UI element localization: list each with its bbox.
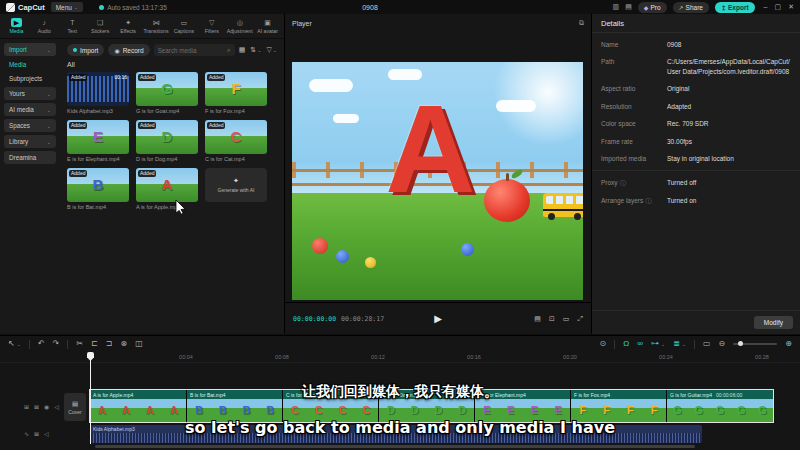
sidebar-item-yours[interactable]: Yours ⌄ — [4, 87, 56, 100]
tab-text[interactable]: T Text — [59, 18, 86, 34]
menu-button[interactable]: Menu ⌄ — [51, 2, 83, 12]
media-item[interactable]: G Added G is for Goat.mp4 — [136, 72, 198, 114]
trim-right-icon[interactable]: ⊐ — [106, 340, 113, 348]
letter-art: D — [162, 127, 173, 144]
search-box[interactable]: ⌕ — [154, 44, 235, 56]
panel-layout-icon[interactable]: ▤ — [625, 3, 632, 11]
zoom-in-icon[interactable]: ⊕ — [785, 340, 792, 348]
redo-icon[interactable]: ↷ — [53, 340, 60, 348]
tab-stickers[interactable]: ❏ Stickers — [87, 18, 114, 34]
tab-audio[interactable]: ♪ Audio — [31, 18, 58, 34]
media-item[interactable]: A Added A is for Apple.mp4 — [136, 168, 198, 210]
frame-view-icon[interactable]: ⊞ — [24, 403, 29, 410]
detail-row-proxy: Proxyⓘ Turned off — [592, 174, 800, 192]
generate-with-ai-button[interactable]: ✦ Generate with AI — [205, 168, 267, 202]
linking-icon[interactable]: ∞ — [637, 340, 643, 348]
autosave-status: Auto saved 13:17:35 — [99, 4, 167, 11]
import-button[interactable]: Import — [67, 44, 104, 56]
video-preview[interactable]: A — [292, 62, 583, 300]
snapping-icon[interactable]: Ω — [623, 340, 629, 348]
media-item[interactable]: C Added C is for Cat.mp4 — [205, 120, 267, 162]
delete-icon[interactable]: ⊗ — [120, 340, 127, 348]
added-badge: Added — [138, 122, 156, 129]
tab-ai-avatar[interactable]: ▣ AI avatar — [254, 18, 281, 34]
tab-effects[interactable]: ✦ Effects — [115, 18, 142, 34]
media-item-audio[interactable]: Added 00:16 Kids Alphabet.mp3 — [67, 72, 129, 114]
duration-label: 00:16 — [114, 74, 127, 80]
tab-captions[interactable]: ▭ Captions — [170, 18, 197, 34]
minimize-button[interactable]: – — [764, 3, 768, 11]
eye-icon[interactable]: ◉ — [44, 403, 49, 410]
letter-art: F — [231, 79, 240, 96]
grid-view-icon[interactable]: ▦ — [239, 46, 246, 54]
trim-left-icon[interactable]: ⊏ — [91, 340, 98, 348]
mirror-icon[interactable]: ◫ — [135, 340, 143, 348]
tab-adjustment[interactable]: ◎ Adjustment — [226, 18, 253, 34]
undo-icon[interactable]: ↶ — [38, 340, 45, 348]
main-area: ▶ Media ♪ Audio T Text ❏ Stickers ✦ Effe… — [0, 14, 800, 334]
media-item[interactable]: E Added E is for Elephant.mp4 — [67, 120, 129, 162]
preview-quality-icon[interactable]: ▤ — [534, 315, 541, 323]
zoom-out-icon[interactable]: ⊖ — [719, 340, 726, 348]
zoom-slider-handle[interactable] — [738, 341, 743, 346]
chevron-down-icon: ⌄ — [273, 47, 277, 53]
media-item[interactable]: D Added D is for Dog.mp4 — [136, 120, 198, 162]
search-input[interactable] — [158, 47, 224, 54]
effects-icon: ✦ — [125, 18, 131, 27]
sidebar-item-spaces[interactable]: Spaces ⌄ — [4, 119, 56, 132]
maximize-button[interactable]: ▢ — [775, 3, 782, 11]
media-item[interactable]: B Added B is for Bat.mp4 — [67, 168, 129, 210]
timeline-zoom-slider[interactable] — [733, 343, 777, 345]
tab-transitions[interactable]: ⋈ Transitions — [143, 18, 170, 34]
share-button[interactable]: ↗ Share — [673, 2, 709, 13]
cloud-art — [496, 100, 536, 112]
sidebar-item-library[interactable]: Library ⌄ — [4, 135, 56, 148]
play-button[interactable]: ▶ — [434, 313, 442, 324]
record-button[interactable]: ◉ Record — [108, 44, 149, 56]
export-button[interactable]: ↥ Export — [715, 2, 755, 13]
fullscreen-icon[interactable]: ⤢ — [577, 315, 583, 323]
fold-audio-button[interactable]: ≣ ⌄ — [673, 340, 686, 348]
chevron-down-icon: ⌄ — [17, 341, 21, 347]
timeline-ruler[interactable]: 00:04 00:08 00:12 00:16 00:20 00:24 00:2… — [0, 352, 800, 363]
added-badge: Added — [138, 170, 156, 177]
autosave-dot-icon — [99, 5, 104, 10]
fit-view-icon[interactable]: ⊡ — [549, 315, 555, 323]
select-tool-button[interactable]: ↖ ⌄ — [8, 340, 21, 348]
sidebar-item-subprojects[interactable]: Subprojects — [4, 73, 56, 84]
apple-art — [484, 179, 530, 222]
lock-icon[interactable]: ⊠ — [34, 403, 39, 410]
added-badge: Added — [69, 122, 87, 129]
voiceover-mic-icon[interactable]: ⊙ — [600, 340, 607, 348]
mute-icon[interactable]: ◁ — [54, 403, 59, 410]
aspect-ratio-icon[interactable]: ▭ — [563, 315, 570, 323]
total-timecode: 00:00:28:17 — [341, 315, 384, 323]
tab-filters[interactable]: ▽ Filters — [198, 18, 225, 34]
capcut-logo-icon — [6, 3, 15, 12]
tab-media[interactable]: ▶ Media — [3, 18, 30, 34]
filter-all-label[interactable]: All — [67, 61, 277, 68]
sidebar-item-dreamina[interactable]: Dreamina — [4, 151, 56, 164]
close-button[interactable]: ✕ — [788, 3, 794, 11]
added-badge: Added — [138, 74, 156, 81]
modify-button[interactable]: Modify — [754, 316, 793, 329]
detach-player-icon[interactable]: ⧉ — [579, 19, 584, 27]
split-icon[interactable]: ✂ — [76, 340, 83, 348]
divider — [694, 340, 695, 349]
media-item[interactable]: F Added F is for Fox.mp4 — [205, 72, 267, 114]
preview-axis-button[interactable]: ⊶ ⌄ — [651, 340, 665, 348]
layout-toggle-icon[interactable]: ▥ — [613, 3, 620, 11]
sort-button[interactable]: ⇅ ⌄ — [250, 46, 261, 54]
chevron-down-icon: ⌄ — [257, 47, 261, 53]
filter-button[interactable]: ▽ ⌄ — [266, 46, 277, 54]
pro-button[interactable]: ◆ Pro — [638, 2, 667, 13]
sidebar-item-import[interactable]: Import ⌄ — [4, 43, 56, 56]
sidebar-item-media[interactable]: Media — [4, 59, 56, 70]
caption-box-icon[interactable]: ▭ — [703, 340, 711, 348]
sidebar-item-ai-media[interactable]: AI media ⌄ — [4, 103, 56, 116]
timeline-horizontal-scrollbar[interactable] — [95, 445, 695, 448]
import-dot-icon — [73, 48, 77, 52]
media-icon: ▶ — [11, 18, 22, 27]
divider — [592, 170, 800, 171]
letter-art: C — [231, 127, 242, 144]
